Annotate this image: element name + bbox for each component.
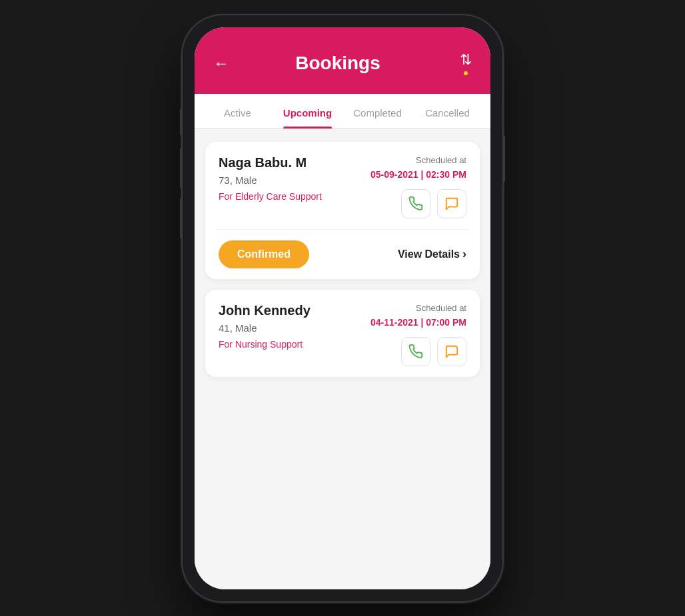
patient-age-gender-1: 73, Male (219, 174, 322, 186)
card-bottom-1: Confirmed View Details › (205, 230, 480, 279)
phone-wrapper: ← Bookings ⇅ Active Upcoming Completed C… (183, 15, 502, 601)
phone-screen: ← Bookings ⇅ Active Upcoming Completed C… (195, 27, 490, 589)
card-top-1: Naga Babu. M 73, Male For Elderly Care S… (205, 142, 480, 229)
scheduled-time-2: 04-11-2021 | 07:00 PM (370, 317, 466, 328)
action-icons-1 (370, 189, 466, 218)
view-details-button-1[interactable]: View Details › (398, 247, 466, 261)
chat-button-1[interactable] (437, 189, 466, 218)
chat-button-2[interactable] (437, 337, 466, 366)
tab-completed[interactable]: Completed (342, 94, 412, 128)
confirmed-button-1[interactable]: Confirmed (219, 240, 309, 268)
phone-icon-2 (408, 344, 423, 359)
patient-info-1: Naga Babu. M 73, Male For Elderly Care S… (219, 155, 322, 202)
call-button-1[interactable] (401, 189, 430, 218)
phone-icon-1 (408, 196, 423, 211)
bookings-list: Naga Babu. M 73, Male For Elderly Care S… (195, 129, 490, 589)
scheduled-label-1: Scheduled at (370, 155, 466, 165)
sort-indicator-dot (464, 71, 468, 75)
chevron-right-icon-1: › (462, 247, 466, 261)
volume-down-button (180, 198, 183, 238)
schedule-info-2: Scheduled at 04-11-2021 | 07:00 PM (370, 303, 466, 366)
call-button-2[interactable] (401, 337, 430, 366)
service-type-1: For Elderly Care Support (219, 191, 322, 202)
sort-button[interactable]: ⇅ (460, 51, 472, 75)
app-header: ← Bookings ⇅ (195, 27, 490, 94)
tab-cancelled[interactable]: Cancelled (412, 94, 482, 128)
action-icons-2 (370, 337, 466, 366)
scheduled-time-1: 05-09-2021 | 02:30 PM (370, 169, 466, 180)
patient-age-gender-2: 41, Male (219, 322, 311, 334)
tab-bar: Active Upcoming Completed Cancelled (195, 94, 490, 129)
power-button (502, 135, 505, 182)
card-top-2: John Kennedy 41, Male For Nursing Suppor… (205, 290, 480, 377)
chat-icon-2 (444, 344, 459, 359)
tab-upcoming[interactable]: Upcoming (273, 94, 342, 128)
view-details-label-1: View Details (398, 248, 460, 260)
service-type-2: For Nursing Support (219, 339, 311, 350)
patient-name-2: John Kennedy (219, 303, 311, 318)
chat-icon-1 (444, 196, 459, 211)
patient-info-2: John Kennedy 41, Male For Nursing Suppor… (219, 303, 311, 350)
booking-card-2: John Kennedy 41, Male For Nursing Suppor… (205, 290, 480, 377)
scheduled-label-2: Scheduled at (370, 303, 466, 313)
volume-up-button (180, 149, 183, 188)
silent-button (180, 109, 183, 135)
booking-card-1: Naga Babu. M 73, Male For Elderly Care S… (205, 142, 480, 279)
patient-name-1: Naga Babu. M (219, 155, 322, 170)
sort-icon: ⇅ (460, 51, 472, 69)
schedule-info-1: Scheduled at 05-09-2021 | 02:30 PM (370, 155, 466, 218)
page-title: Bookings (216, 53, 460, 74)
tab-active[interactable]: Active (203, 94, 273, 128)
